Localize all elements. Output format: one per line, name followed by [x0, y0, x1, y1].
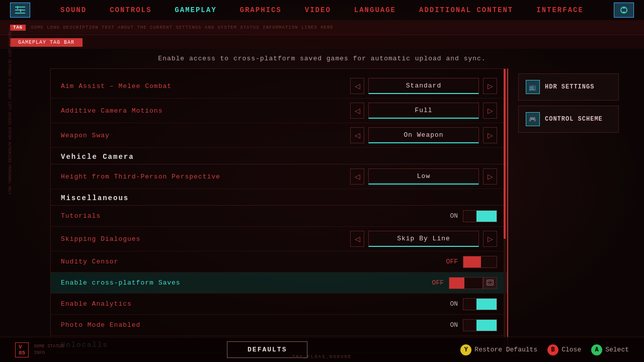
toggle-state-analytics: ON — [443, 300, 458, 308]
arrow-right-aim-assist[interactable]: ▷ — [483, 78, 497, 94]
toggle-fill-photo-mode — [476, 320, 497, 331]
bottom-left: V85 SOME STATUS INFO — [15, 342, 74, 357]
label-camera-motions: Additive Camera Motions — [61, 107, 350, 115]
toggle-fill-nudity-censor — [463, 256, 481, 267]
cross-platform-notice: Enable access to cross-platform saved ga… — [0, 49, 644, 68]
close-label: Close — [561, 346, 581, 353]
label-weapon-sway: Weapon Sway — [61, 132, 350, 139]
setting-row-cross-platform: Enable cross-platform Saves OFF — [51, 273, 507, 294]
arrow-left-height-third[interactable]: ◁ — [350, 168, 364, 185]
label-aim-assist: Aim Assist – Melee Combat — [61, 82, 350, 90]
action-restore-defaults: Y Restore Defaults — [460, 344, 537, 355]
svg-rect-10 — [491, 281, 492, 282]
red-tag: GAMEPLAY TAG BAR — [10, 38, 83, 47]
svg-rect-7 — [623, 12, 625, 13]
nav-item-sound[interactable]: SOUND — [56, 4, 91, 16]
nav-item-graphics[interactable]: GRAPHICS — [236, 4, 286, 16]
settings-scroll[interactable]: Aim Assist – Melee Combat ◁ Standard ▷ A… — [51, 69, 507, 352]
toggle-photo-mode: ON — [443, 319, 497, 331]
scroll-indicator — [504, 69, 506, 352]
setting-row-skipping-dialogues: Skipping Dialogues ◁ Skip By Line ▷ — [51, 227, 507, 251]
svg-rect-3 — [17, 6, 18, 9]
toggle-track-tutorials[interactable] — [463, 210, 497, 222]
nav-item-gameplay[interactable]: GAMEPLAY — [171, 4, 220, 16]
side-panel: 📺 HDR SETTINGS 🎮 CONTROL SCHEME — [518, 68, 619, 352]
nav-item-video[interactable]: VIDEO — [301, 4, 335, 16]
arrow-right-weapon-sway[interactable]: ▷ — [483, 127, 497, 143]
toggle-icon-overlay-cross-platform — [483, 277, 497, 289]
toggle-fill-tutorials — [476, 211, 497, 222]
toggle-state-tutorials: ON — [443, 212, 458, 220]
svg-rect-2 — [15, 13, 25, 14]
toggle-fill-cross-platform — [449, 278, 464, 289]
nav-item-controls[interactable]: CONTROLS — [106, 4, 155, 16]
label-skipping-dialogues: Skipping Dialogues — [61, 235, 350, 243]
label-height-third: Height from Third-Person Perspective — [61, 173, 350, 180]
info-bar: TAG SOME LONG DESCRIPTION TEXT ABOUT THE… — [0, 20, 644, 35]
setting-row-tutorials: Tutorials ON — [51, 206, 507, 227]
nav-item-interface[interactable]: INTERFACE — [532, 4, 588, 16]
value-camera-motions: ◁ Full ▷ — [350, 103, 497, 119]
value-box-camera-motions: Full — [368, 103, 479, 119]
toggle-nudity-censor: OFF — [443, 256, 497, 268]
info-bar-text: SOME LONG DESCRIPTION TEXT ABOUT THE CUR… — [31, 25, 334, 30]
nav-item-language[interactable]: LANGUAGE — [350, 4, 400, 16]
label-tutorials: Tutorials — [61, 212, 443, 220]
label-cross-platform: Enable cross-platform Saves — [61, 279, 429, 287]
scroll-thumb — [504, 69, 506, 239]
setting-row-weapon-sway: Weapon Sway ◁ On Weapon ▷ — [51, 123, 507, 148]
control-scheme-label: CONTROL SCHEME — [545, 116, 603, 123]
action-select[interactable]: A Select — [591, 344, 629, 355]
bottom-left-text: SOME STATUS INFO — [34, 343, 74, 356]
svg-rect-11 — [488, 283, 490, 284]
key-b-icon: B — [547, 344, 558, 355]
svg-rect-0 — [15, 7, 25, 8]
top-nav: SOUND CONTROLS GAMEPLAY GRAPHICS VIDEO L… — [0, 0, 644, 20]
action-close[interactable]: B Close — [547, 344, 581, 355]
setting-row-aim-assist: Aim Assist – Melee Combat ◁ Standard ▷ — [51, 74, 507, 99]
label-analytics: Enable Analytics — [61, 300, 443, 308]
select-label: Select — [605, 346, 629, 353]
toggle-track-analytics[interactable] — [463, 298, 497, 310]
arrow-left-camera-motions[interactable]: ◁ — [350, 103, 364, 119]
value-box-skipping: Skip By Line — [368, 231, 479, 247]
arrow-right-camera-motions[interactable]: ▷ — [483, 103, 497, 119]
restore-defaults-label: Restore Defaults — [474, 346, 537, 353]
value-height-third: ◁ Low ▷ — [350, 168, 497, 185]
toggle-cross-platform: OFF — [429, 277, 497, 289]
arrow-right-height-third[interactable]: ▷ — [483, 168, 497, 185]
toggle-track-nudity-censor[interactable] — [463, 256, 497, 268]
label-photo-mode: Photo Mode Enabled — [61, 321, 443, 329]
arrow-right-skipping[interactable]: ▷ — [483, 231, 497, 247]
arrow-left-skipping[interactable]: ◁ — [350, 231, 364, 247]
hdr-settings-button[interactable]: 📺 HDR SETTINGS — [518, 73, 619, 101]
setting-row-photo-mode: Photo Mode Enabled ON — [51, 315, 507, 336]
svg-rect-8 — [487, 280, 493, 285]
arrow-left-weapon-sway[interactable]: ◁ — [350, 127, 364, 143]
toggle-track-cross-platform[interactable] — [449, 277, 483, 289]
toggle-state-nudity-censor: OFF — [443, 258, 458, 265]
side-decoration-left: CYBERPUNK 2077 SETTINGS V2.0 NIGHT CITY … — [0, 25, 13, 337]
hdr-settings-label: HDR SETTINGS — [545, 83, 594, 90]
setting-row-height-third: Height from Third-Person Perspective ◁ L… — [51, 164, 507, 189]
toggle-fill-analytics — [476, 299, 497, 310]
value-box-aim-assist: Standard — [368, 78, 479, 94]
section-header-miscellaneous: Miscellaneous — [51, 189, 507, 206]
setting-row-analytics: Enable Analytics ON — [51, 294, 507, 315]
toggle-state-photo-mode: ON — [443, 321, 458, 329]
svg-rect-4 — [20, 9, 21, 12]
bottom-actions: Y Restore Defaults B Close A Select — [460, 344, 629, 355]
section-header-vehicle-camera: Vehicle Camera — [51, 148, 507, 164]
value-box-height-third: Low — [368, 168, 479, 185]
side-text-left: CYBERPUNK 2077 SETTINGS V2.0 NIGHT CITY … — [1, 28, 12, 195]
nav-item-additional-content[interactable]: ADDITIONAL CONTENT — [415, 4, 517, 16]
toggle-track-photo-mode[interactable] — [463, 319, 497, 331]
value-aim-assist: ◁ Standard ▷ — [350, 78, 497, 94]
hdr-icon: 📺 — [526, 80, 540, 94]
toggle-state-cross-platform: OFF — [429, 279, 444, 287]
arrow-left-aim-assist[interactable]: ◁ — [350, 78, 364, 94]
nav-icon-right — [614, 3, 634, 18]
control-scheme-button[interactable]: 🎮 CONTROL SCHEME — [518, 106, 619, 133]
bottom-center-text: THY_FLOAS_NODUNE — [292, 354, 352, 359]
label-nudity-censor: Nudity Censor — [61, 258, 443, 265]
